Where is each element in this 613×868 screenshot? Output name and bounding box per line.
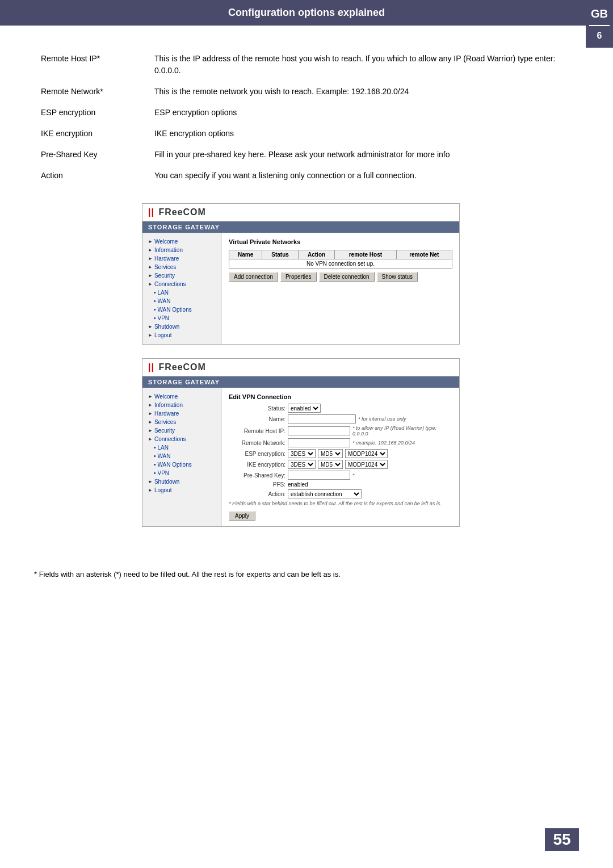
nav-item-information[interactable]: ► Information	[142, 246, 221, 254]
select-ike-3[interactable]: MODP1024	[345, 460, 388, 469]
pfs-value: enabled	[288, 481, 308, 488]
config-label: Pre-Shared Key	[34, 144, 148, 165]
hint-remote-host: * to allow any IP (Road Warrior) type: 0…	[352, 425, 452, 437]
vpn-btn-show-status[interactable]: Show status	[377, 272, 418, 282]
form-row-name: Name: * for internal use only	[229, 414, 452, 423]
select-esp-3[interactable]: MODP1024	[345, 449, 388, 458]
select-ike-1[interactable]: 3DES	[288, 460, 316, 469]
nav-item-lan[interactable]: • LAN	[142, 288, 221, 297]
vpn-btn-add-connection[interactable]: Add connection	[229, 272, 278, 282]
config-label: Action	[34, 165, 148, 186]
config-description: This is the remote network you wish to r…	[148, 81, 568, 102]
dot-icon: •	[154, 290, 156, 296]
panel1-logo: || FReeCOM	[142, 204, 459, 221]
arrow-icon: ►	[148, 324, 153, 329]
hint-remote-network: * example: 192.168.20.0/24	[352, 440, 415, 446]
footer-note: * Fields with an asterisk (*) need to be…	[0, 563, 613, 586]
label-pfs: PFS:	[229, 481, 285, 488]
nav-item-services[interactable]: ► Services	[142, 263, 221, 271]
arrow-icon: ►	[148, 333, 153, 338]
apply-button[interactable]: Apply	[229, 511, 255, 521]
config-row: Pre-Shared Key Fill in your pre-shared k…	[34, 144, 568, 165]
nav-item-services[interactable]: ► Services	[142, 418, 221, 426]
arrow-icon: ►	[148, 479, 153, 484]
dot-icon: •	[154, 470, 156, 476]
nav-item-information[interactable]: ► Information	[142, 401, 221, 409]
dot-icon: •	[154, 315, 156, 321]
arrow-icon: ►	[148, 273, 153, 278]
form-row-ike: IKE encryption: 3DES MD5 MODP1024	[229, 460, 452, 469]
config-row: Remote Host IP* This is the IP address o…	[34, 48, 568, 81]
side-tab: GB 6	[586, 0, 613, 48]
hint-psk: *	[352, 472, 355, 478]
nav-item-shutdown[interactable]: ► Shutdown	[142, 477, 221, 486]
dot-icon: •	[154, 307, 156, 313]
config-description: Fill in your pre-shared key here. Please…	[148, 144, 568, 165]
vpn-btn-properties[interactable]: Properties	[280, 272, 317, 282]
arrow-icon: ►	[148, 488, 153, 493]
config-description: This is the IP address of the remote hos…	[148, 48, 568, 81]
nav-item-connections[interactable]: ► Connections	[142, 280, 221, 288]
nav-item-logout[interactable]: ► Logout	[142, 486, 221, 494]
nav-item-shutdown[interactable]: ► Shutdown	[142, 322, 221, 331]
nav-item-hardware[interactable]: ► Hardware	[142, 254, 221, 263]
vpn-section-title: Virtual Private Networks	[229, 238, 452, 245]
nav-item-wan-options[interactable]: • WAN Options	[142, 305, 221, 314]
vpn-list-panel: || FReeCOM Storage GateWay ► Welcome► In…	[142, 203, 460, 345]
select-esp-2[interactable]: MD5	[318, 449, 343, 458]
label-esp: ESP encryption:	[229, 451, 285, 457]
label-action: Action:	[229, 491, 285, 497]
label-remote-host: Remote Host IP:	[229, 428, 285, 434]
freecom-logo-2: || FReeCOM	[148, 362, 206, 372]
dot-icon: •	[154, 298, 156, 304]
vpn-col-remote-net: remote Net	[396, 250, 452, 259]
nav-item-wan-options[interactable]: • WAN Options	[142, 460, 221, 469]
nav-item-connections[interactable]: ► Connections	[142, 435, 221, 443]
form-row-remote-host: Remote Host IP: * to allow any IP (Road …	[229, 425, 452, 437]
select-esp-1[interactable]: 3DES	[288, 449, 316, 458]
arrow-icon: ►	[148, 411, 153, 416]
config-description: ESP encryption options	[148, 102, 568, 123]
arrow-icon: ►	[148, 437, 153, 442]
form-row-remote-network: Remote Network: * example: 192.168.20.0/…	[229, 438, 452, 447]
vpn-btn-delete-connection[interactable]: Delete connection	[319, 272, 375, 282]
nav-item-wan[interactable]: • WAN	[142, 452, 221, 460]
panel2-body: ► Welcome► Information► Hardware► Servic…	[142, 388, 459, 526]
nav-item-hardware[interactable]: ► Hardware	[142, 409, 221, 418]
label-remote-network: Remote Network:	[229, 440, 285, 446]
nav-item-vpn[interactable]: • VPN	[142, 314, 221, 322]
arrow-icon: ►	[148, 420, 153, 425]
vpn-table: NameStatusActionremote Hostremote Net No…	[229, 250, 452, 269]
input-psk[interactable]	[288, 471, 350, 480]
input-remote-network[interactable]	[288, 438, 350, 447]
nav-item-logout[interactable]: ► Logout	[142, 331, 221, 339]
dot-icon: •	[154, 453, 156, 459]
select-action[interactable]: establish connection	[288, 489, 362, 498]
config-row: Remote Network* This is the remote netwo…	[34, 81, 568, 102]
input-name[interactable]	[288, 414, 356, 423]
nav-item-welcome[interactable]: ► Welcome	[142, 237, 221, 246]
input-remote-host[interactable]	[288, 426, 350, 435]
panel2-sidebar: ► Welcome► Information► Hardware► Servic…	[142, 388, 222, 526]
vpn-buttons: Add connectionPropertiesDelete connectio…	[229, 272, 452, 282]
nav-item-vpn[interactable]: • VPN	[142, 469, 221, 477]
config-row: IKE encryption IKE encryption options	[34, 123, 568, 144]
vpn-col-action: Action	[298, 250, 334, 259]
main-content: Remote Host IP* This is the IP address o…	[0, 43, 613, 546]
config-label: IKE encryption	[34, 123, 148, 144]
vpn-empty-msg: No VPN connection set up.	[229, 259, 452, 269]
nav-item-lan[interactable]: • LAN	[142, 443, 221, 452]
form-note: * Fields with a star behind needs to be …	[229, 501, 452, 506]
select-ike-2[interactable]: MD5	[318, 460, 343, 469]
select-status[interactable]: enabled	[288, 404, 321, 413]
label-ike: IKE encryption:	[229, 462, 285, 468]
nav-item-welcome[interactable]: ► Welcome	[142, 392, 221, 401]
arrow-icon: ►	[148, 402, 153, 408]
nav-item-wan[interactable]: • WAN	[142, 297, 221, 305]
freecom-logo-1: || FReeCOM	[148, 207, 206, 217]
form-row-action: Action: establish connection	[229, 489, 452, 498]
nav-item-security[interactable]: ► Security	[142, 426, 221, 435]
nav-item-security[interactable]: ► Security	[142, 271, 221, 280]
panel1-main: Virtual Private Networks NameStatusActio…	[222, 233, 459, 344]
arrow-icon: ►	[148, 265, 153, 270]
